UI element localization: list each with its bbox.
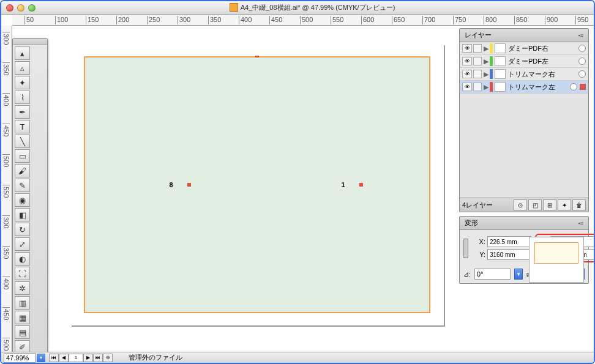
workspace: 5010015020025030035040045050055060065070… <box>1 15 594 352</box>
artboard-number[interactable]: 1 <box>69 354 83 362</box>
x-label: X: <box>474 238 485 245</box>
panel-drag-handle[interactable] <box>13 39 47 45</box>
panel-menu-icon[interactable]: ▪≡ <box>578 220 583 226</box>
lock-toggle[interactable] <box>473 83 482 91</box>
layers-empty-area[interactable] <box>460 94 588 198</box>
target-icon[interactable] <box>570 83 577 91</box>
lock-toggle[interactable] <box>473 57 482 65</box>
new-layer-button[interactable]: ✦ <box>558 199 571 210</box>
pen-tool[interactable]: ✒ <box>15 105 30 119</box>
layers-panel-tab[interactable]: レイヤー▪≡ <box>460 29 588 42</box>
layer-row[interactable]: 👁▶ダミーPDF右 <box>460 42 588 55</box>
status-info: 管理外のファイル <box>129 353 182 362</box>
delete-layer-button[interactable]: 🗑 <box>572 199 586 210</box>
expand-icon[interactable]: ▶ <box>484 45 490 53</box>
expand-icon[interactable]: ▶ <box>484 70 490 78</box>
window-titlebar: A4_中綴_08横組.ai* @ 47.99% (CMYK/プレビュー) <box>1 1 594 15</box>
vertical-ruler[interactable]: 300350400450500550300350400450500 <box>1 26 12 352</box>
prev-artboard-button[interactable]: ◀ <box>59 354 69 362</box>
paintbrush-tool[interactable]: 🖌 <box>15 164 30 177</box>
make-clipping-mask-button[interactable]: ◰ <box>528 199 542 210</box>
target-icon[interactable] <box>578 58 586 65</box>
right-panels: レイヤー▪≡ 👁▶ダミーPDF右👁▶ダミーPDF左👁▶トリムマーク右👁▶トリムマ… <box>459 28 589 288</box>
minimize-window-button[interactable] <box>17 4 24 12</box>
line-tool[interactable]: ╲ <box>15 135 30 148</box>
layer-color <box>490 56 493 66</box>
reference-point-selector[interactable] <box>463 239 468 258</box>
artboard[interactable]: 8 1 <box>70 44 444 325</box>
eraser-tool[interactable]: ◧ <box>15 208 30 221</box>
target-icon[interactable] <box>578 45 586 52</box>
canvas-area[interactable]: 8 1 <box>12 26 453 352</box>
layer-row[interactable]: 👁▶ダミーPDF左 <box>460 55 588 68</box>
gradient-tool[interactable]: ▤ <box>15 325 30 339</box>
layer-color <box>490 69 493 79</box>
document-icon <box>230 3 238 12</box>
last-artboard-button[interactable]: ⏭ <box>93 354 103 362</box>
status-bar: 47.99% ▼ ⏮ ◀ 1 ▶ ⏭ ⊕ 管理外のファイル <box>1 352 594 363</box>
layer-thumbnail <box>495 82 506 92</box>
x-input[interactable] <box>487 236 531 247</box>
selection-indicator <box>580 84 586 90</box>
rotate-label: ⊿: <box>463 270 471 278</box>
rotate-dropdown[interactable]: ▼ <box>514 269 523 280</box>
pencil-tool[interactable]: ✎ <box>15 179 30 192</box>
window-title: A4_中綴_08横組.ai* @ 47.99% (CMYK/プレビュー) <box>36 3 589 12</box>
layer-row[interactable]: 👁▶トリムマーク左 <box>460 81 588 94</box>
traffic-lights <box>6 4 36 12</box>
selection-tool[interactable]: ▴ <box>15 46 30 60</box>
new-sublayer-button[interactable]: ⊞ <box>543 199 556 210</box>
zoom-window-button[interactable] <box>28 4 36 12</box>
page-right[interactable]: 1 <box>257 58 429 312</box>
rotate-tool[interactable]: ↻ <box>15 223 30 236</box>
page-left[interactable]: 8 <box>85 58 257 312</box>
visibility-toggle[interactable]: 👁 <box>462 70 472 78</box>
layer-name[interactable]: トリムマーク左 <box>508 83 570 92</box>
layer-thumbnail <box>495 43 506 53</box>
layer-name[interactable]: ダミーPDF右 <box>508 44 578 53</box>
tools-panel[interactable]: ▴ ▵ ✦ ⌇ ✒ T ╲ ▭ 🖌 ✎ ◉ ◧ ↻ ⤢ ◐ ⛶ ✲ ▥ ▦ ▤ … <box>12 38 48 364</box>
scale-tool[interactable]: ⤢ <box>15 237 30 251</box>
close-window-button[interactable] <box>6 4 13 12</box>
navigator-thumbnail[interactable] <box>529 237 584 283</box>
rotate-input[interactable]: 0° <box>474 269 511 280</box>
blob-brush-tool[interactable]: ◉ <box>15 193 30 207</box>
expand-icon[interactable]: ▶ <box>484 58 490 65</box>
y-label: Y: <box>474 251 485 258</box>
lock-toggle[interactable] <box>473 70 482 78</box>
target-icon[interactable] <box>578 70 586 78</box>
layer-name[interactable]: ダミーPDF左 <box>508 57 578 66</box>
y-input[interactable] <box>487 249 531 260</box>
locate-object-button[interactable]: ⊙ <box>514 199 527 210</box>
layer-color <box>490 82 493 92</box>
rectangle-tool[interactable]: ▭ <box>15 149 30 163</box>
artboard-navigation: ⏮ ◀ 1 ▶ ⏭ ⊕ <box>49 354 113 362</box>
graph-tool[interactable]: ▥ <box>15 296 30 310</box>
artboard-more-button[interactable]: ⊕ <box>103 354 113 362</box>
horizontal-ruler[interactable]: 5010015020025030035040045050055060065070… <box>12 15 594 26</box>
zoom-input[interactable]: 47.99% <box>4 353 36 363</box>
lasso-tool[interactable]: ⌇ <box>15 91 30 104</box>
zoom-dropdown[interactable]: ▼ <box>37 354 45 362</box>
transform-panel-tab[interactable]: 変形▪≡ <box>460 217 588 230</box>
warp-tool[interactable]: ◐ <box>15 252 30 266</box>
direct-selection-tool[interactable]: ▵ <box>15 61 30 75</box>
visibility-toggle[interactable]: 👁 <box>462 83 472 91</box>
layer-row[interactable]: 👁▶トリムマーク右 <box>460 68 588 81</box>
symbol-sprayer-tool[interactable]: ✲ <box>15 281 30 295</box>
magic-wand-tool[interactable]: ✦ <box>15 76 30 89</box>
next-artboard-button[interactable]: ▶ <box>83 354 93 362</box>
first-artboard-button[interactable]: ⏮ <box>49 354 59 362</box>
lock-toggle[interactable] <box>473 44 482 53</box>
layer-name[interactable]: トリムマーク右 <box>508 70 578 79</box>
panel-menu-icon[interactable]: ▪≡ <box>578 32 583 39</box>
expand-icon[interactable]: ▶ <box>484 83 490 91</box>
type-tool[interactable]: T <box>15 120 30 133</box>
layers-panel[interactable]: レイヤー▪≡ 👁▶ダミーPDF右👁▶ダミーPDF左👁▶トリムマーク右👁▶トリムマ… <box>459 28 589 212</box>
visibility-toggle[interactable]: 👁 <box>462 44 472 53</box>
visibility-toggle[interactable]: 👁 <box>462 57 472 65</box>
document-spread: 8 1 <box>84 56 430 313</box>
free-transform-tool[interactable]: ⛶ <box>15 267 30 280</box>
layer-count-label: 4レイヤー <box>462 201 493 210</box>
mesh-tool[interactable]: ▦ <box>15 311 30 324</box>
